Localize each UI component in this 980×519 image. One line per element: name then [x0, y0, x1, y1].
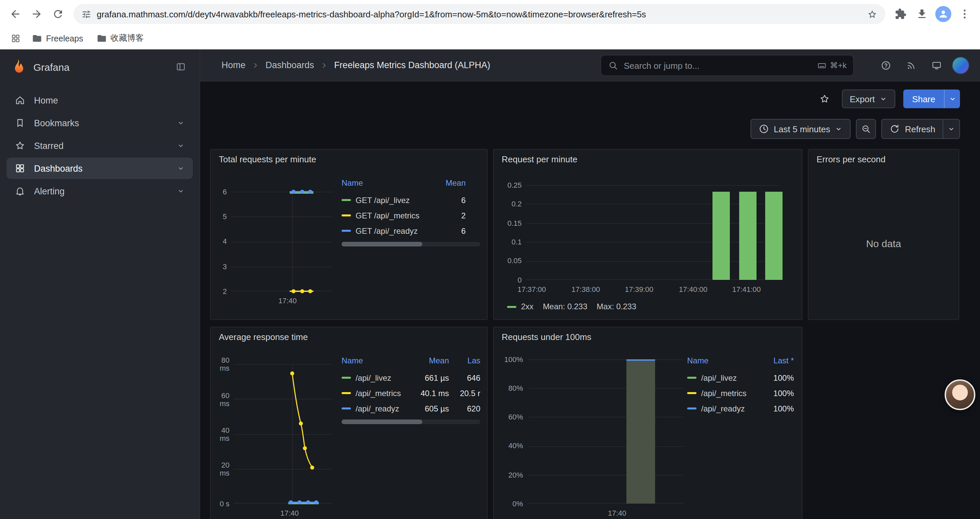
scrollbar-thumb[interactable]	[342, 420, 422, 424]
legend-header: Name Mean Las	[342, 354, 480, 367]
downloads-button[interactable]	[912, 4, 932, 24]
url-input[interactable]	[97, 9, 862, 19]
site-settings-icon[interactable]	[81, 9, 91, 19]
bookmark-label: 收藏博客	[110, 33, 144, 44]
bar-chart-plot[interactable]	[528, 359, 684, 504]
series-name[interactable]: GET /api/_metrics	[356, 211, 426, 220]
browser-menu-button[interactable]	[955, 4, 975, 24]
help-button[interactable]	[876, 55, 896, 75]
bookmark-folder-blogs[interactable]: 收藏博客	[91, 30, 149, 47]
bookmark-folder-freeleaps[interactable]: Freeleaps	[27, 31, 88, 46]
breadcrumb-home[interactable]: Home	[221, 60, 245, 70]
legend-col-last[interactable]: Last *	[762, 356, 794, 366]
search-icon	[608, 60, 619, 71]
reload-button[interactable]	[48, 4, 68, 24]
series-mean-value: 6	[431, 226, 466, 235]
display-button[interactable]	[927, 55, 947, 75]
bar-2xx[interactable]	[765, 192, 783, 280]
scrollbar-thumb[interactable]	[342, 242, 422, 246]
chevron-down-icon[interactable]	[177, 164, 185, 172]
y-tick: 80 ms	[211, 356, 229, 372]
legend-col-last[interactable]: Las	[453, 356, 480, 366]
chevron-down-icon[interactable]	[177, 142, 185, 150]
address-bar[interactable]	[73, 4, 885, 24]
news-button[interactable]	[901, 55, 921, 75]
sidebar-item-home[interactable]: Home	[7, 89, 193, 111]
chevron-down-icon[interactable]	[177, 187, 185, 195]
x-tick: 17:40	[278, 297, 296, 305]
bar-17-40[interactable]	[627, 359, 655, 504]
search-bar[interactable]: ⌘+k	[600, 55, 854, 76]
share-menu-button[interactable]	[944, 89, 960, 108]
series-name[interactable]: /api/_livez	[356, 373, 406, 382]
bar-chart-plot[interactable]	[526, 185, 779, 280]
series-name[interactable]: /api/_livez	[701, 373, 757, 382]
grafana-logo[interactable]	[10, 58, 27, 75]
y-tick: 0 s	[211, 500, 229, 508]
series-mean-value: 6	[431, 195, 466, 205]
series-name[interactable]: /api/_readyz	[701, 404, 757, 413]
data-point	[300, 190, 304, 194]
bar-2xx[interactable]	[713, 192, 730, 280]
y-tick: 0.15	[494, 219, 522, 227]
legend-header: Name Last *	[687, 354, 794, 367]
x-tick: 17:40:00	[679, 285, 708, 293]
legend-row: /api/_readyz 605 µs 620	[342, 401, 480, 416]
panel-title[interactable]: Total requests per minute	[219, 154, 316, 164]
folder-icon	[32, 34, 42, 43]
panel-title[interactable]: Errors per second	[816, 154, 886, 164]
data-point	[300, 289, 304, 293]
timeseries-plot[interactable]	[234, 364, 332, 504]
legend-col-name[interactable]: Name	[342, 356, 406, 366]
panel-title[interactable]: Request per minute	[502, 154, 578, 164]
legend-col-name[interactable]: Name	[342, 178, 426, 188]
forward-button[interactable]	[27, 4, 47, 24]
series-mean-value: 661 µs	[410, 373, 449, 382]
time-range-label: Last 5 minutes	[774, 124, 830, 134]
sidebar-item-dashboards[interactable]: Dashboards	[7, 158, 193, 179]
bookmark-star-icon[interactable]	[867, 9, 877, 19]
sidebar-collapse-button[interactable]	[172, 57, 190, 76]
refresh-interval-button[interactable]	[943, 119, 960, 139]
legend-scrollbar[interactable]	[342, 242, 480, 246]
back-button[interactable]	[5, 4, 25, 24]
sidebar-item-bookmarks[interactable]: Bookmarks	[7, 112, 193, 134]
sidebar-item-starred[interactable]: Starred	[7, 135, 193, 156]
refresh-button[interactable]: Refresh	[881, 119, 943, 139]
series-name[interactable]: GET /api/_readyz	[356, 226, 426, 235]
series-name[interactable]: /api/_metrics	[356, 388, 406, 398]
export-button[interactable]: Export	[842, 89, 895, 108]
legend-scrollbar[interactable]	[342, 420, 480, 424]
series-name[interactable]: /api/_metrics	[701, 388, 757, 398]
tab-groups-button[interactable]	[7, 30, 24, 47]
time-range-picker[interactable]: Last 5 minutes	[751, 119, 851, 139]
panel-legend: 2xx Mean: 0.233 Max: 0.233	[507, 302, 636, 311]
extensions-button[interactable]	[891, 4, 911, 24]
share-label: Share	[912, 94, 935, 104]
y-tick: 0.05	[494, 257, 522, 265]
legend-col-name[interactable]: Name	[687, 356, 757, 366]
series-name[interactable]: /api/_readyz	[356, 404, 406, 413]
legend-row: /api/_readyz 100%	[687, 401, 794, 416]
legend-col-mean[interactable]: Mean	[410, 356, 449, 366]
panel-title[interactable]: Requests under 100ms	[502, 332, 592, 342]
user-avatar[interactable]	[952, 56, 969, 74]
sidebar-item-alerting[interactable]: Alerting	[7, 180, 193, 202]
profile-button[interactable]	[933, 4, 953, 24]
y-tick: 4	[211, 237, 227, 245]
bar-2xx[interactable]	[739, 192, 757, 280]
legend-item-2xx[interactable]: 2xx	[507, 302, 533, 311]
legend-col-mean[interactable]: Mean	[431, 178, 466, 188]
breadcrumb-dashboards[interactable]: Dashboards	[266, 60, 314, 70]
chevron-down-icon[interactable]	[177, 119, 185, 127]
panel-title[interactable]: Average response time	[219, 332, 308, 342]
timeseries-plot[interactable]	[231, 192, 332, 291]
favorite-star-button[interactable]	[815, 89, 834, 108]
zoom-out-button[interactable]	[856, 119, 876, 139]
assistant-avatar[interactable]	[945, 379, 975, 410]
share-button[interactable]: Share	[904, 89, 944, 108]
zoom-out-icon	[861, 124, 872, 134]
series-name[interactable]: GET /api/_livez	[356, 195, 426, 205]
clock-icon	[759, 124, 769, 134]
search-input[interactable]	[624, 61, 812, 70]
